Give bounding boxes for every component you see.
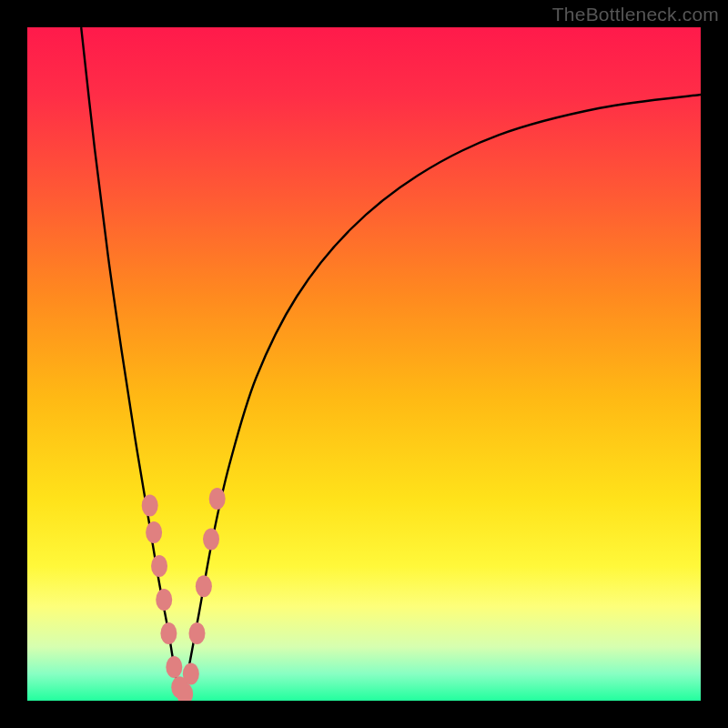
highlight-dot [142,494,158,516]
highlight-dot [156,589,172,611]
plot-area [27,27,701,701]
highlight-dot [188,622,205,644]
highlight-dot [209,488,226,510]
highlight-dot [146,521,162,543]
highlight-dot [196,575,212,597]
highlight-dot [166,656,182,678]
highlight-dot [160,622,177,644]
chart-frame: TheBottleneck.com [0,0,728,728]
highlight-dot [183,662,199,684]
chart-svg [27,27,701,701]
highlight-dot [151,555,167,577]
gradient-background [27,27,701,701]
highlight-dot [203,528,219,550]
watermark-text: TheBottleneck.com [552,4,719,25]
